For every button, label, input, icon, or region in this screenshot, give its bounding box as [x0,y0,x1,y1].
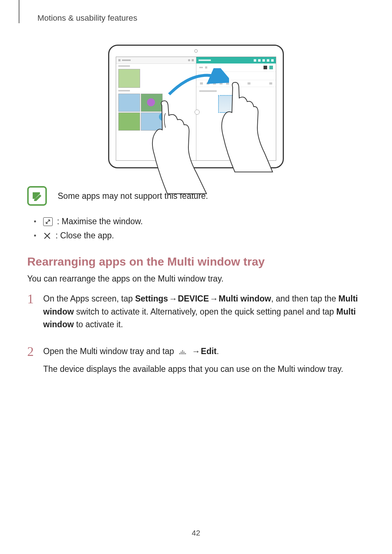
camera-dot [195,49,198,53]
note-block: Some apps may not support this feature. [27,186,365,206]
step-2-line1: Open the Multi window tray and tap → Edi… [43,345,365,359]
more-dots-icon [178,346,187,359]
close-icon [43,232,51,240]
svg-point-3 [184,353,185,354]
legend-maximise: • : Maximise the window. [34,217,365,226]
section-intro: You can rearrange the apps on the Multi … [27,273,365,284]
step-1: 1 On the Apps screen, tap Settings → DEV… [27,292,365,335]
svg-point-7 [184,352,185,353]
note-icon [27,186,47,206]
legend-maximise-text: : Maximise the window. [57,217,143,226]
drag-arrow-icon [167,68,229,97]
maximise-icon [43,217,53,226]
svg-point-0 [179,353,180,354]
step-2: 2 Open the Multi window tray and tap → E… [27,345,365,379]
legend-close-text: : Close the app. [56,231,114,241]
icon-legend-list: • : Maximise the window. • : Close the a… [27,217,365,241]
svg-point-5 [181,352,182,353]
step-1-number: 1 [27,292,37,335]
svg-point-2 [182,353,183,354]
steps-list: 1 On the Apps screen, tap Settings → DEV… [27,292,365,379]
page-header: Motions & usability features [37,13,365,23]
header-rule [19,0,20,23]
drop-target-icon [218,95,240,113]
legend-close: • : Close the app. [34,231,365,241]
split-handle-icon [195,110,200,115]
section-heading: Rearranging apps on the Multi window tra… [27,255,365,268]
figure-multiwindow-drag [27,45,365,170]
step-1-text: On the Apps screen, tap Settings → DEVIC… [43,292,365,331]
svg-point-8 [182,350,183,352]
svg-point-6 [182,352,183,353]
page-number: 42 [0,529,392,537]
step-2-line2: The device displays the available apps t… [43,363,365,376]
touch-point-icon [159,113,167,121]
svg-point-1 [181,353,182,354]
svg-point-4 [185,353,186,354]
step-2-number: 2 [27,345,37,379]
note-text: Some apps may not support this feature. [58,191,208,201]
tablet-frame [108,45,284,168]
